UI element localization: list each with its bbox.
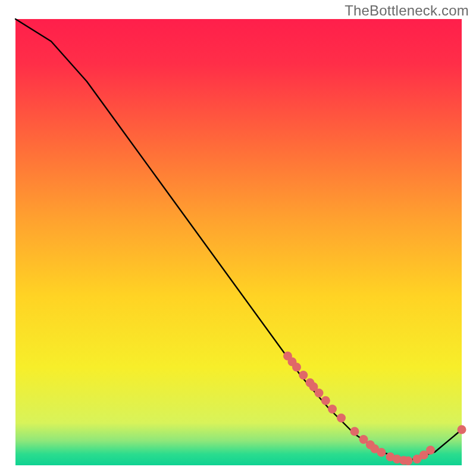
plot-background — [15, 19, 462, 465]
marker-dot — [458, 425, 466, 434]
marker-dot — [426, 446, 435, 455]
marker-dot — [321, 396, 330, 405]
marker-dot — [377, 448, 386, 457]
marker-dot — [292, 363, 301, 372]
marker-dot — [350, 427, 359, 436]
marker-dot — [328, 405, 337, 414]
marker-dot — [299, 371, 308, 380]
marker-dot — [404, 456, 413, 465]
marker-dot — [315, 389, 324, 397]
marker-dot — [337, 414, 346, 422]
chart-container: TheBottleneck.com — [0, 0, 476, 476]
bottleneck-chart — [0, 0, 476, 476]
